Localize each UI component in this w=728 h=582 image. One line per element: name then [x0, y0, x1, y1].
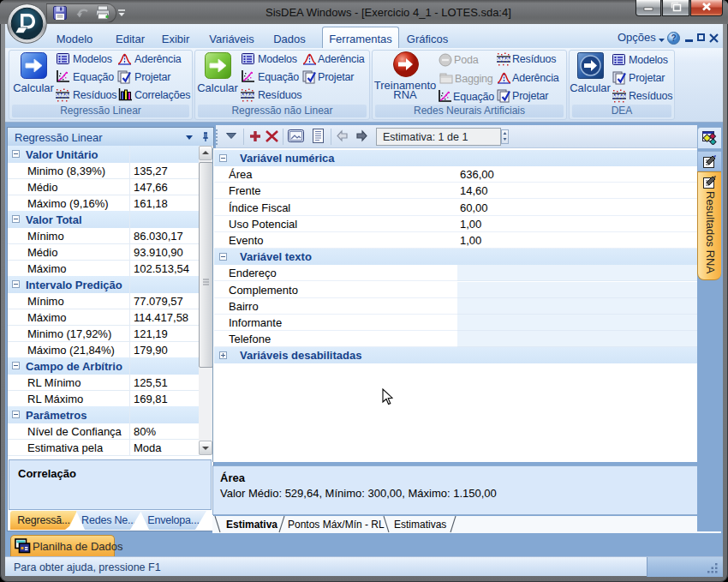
svg-text:Estimativa: Estimativa [226, 519, 277, 531]
svg-text:Estimativas: Estimativas [394, 519, 446, 531]
svg-text:?: ? [671, 33, 676, 43]
svg-text:Pontos Máx/Mín - RL: Pontos Máx/Mín - RL [288, 519, 385, 531]
